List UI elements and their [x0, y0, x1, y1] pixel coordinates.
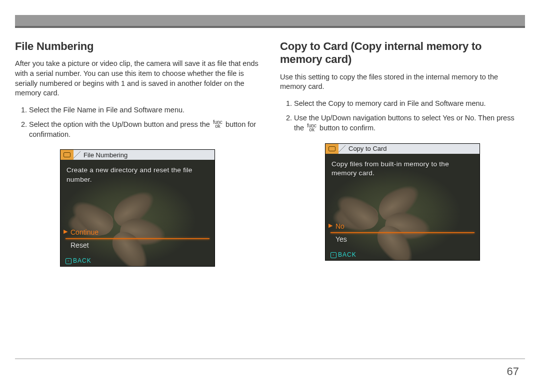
- step-item: Select the option with the Up/Down butto…: [29, 120, 260, 139]
- lcd-description: Copy files from built-in memory to the m…: [332, 160, 474, 178]
- lcd-option-selected[interactable]: Continue: [60, 227, 214, 237]
- back-arrow-icon: ‹: [66, 258, 72, 264]
- lcd-tabbar: File Numbering: [60, 150, 214, 160]
- steps-list: Select the Copy to memory card in File a…: [280, 99, 525, 133]
- sdcard-icon: [60, 150, 74, 160]
- header-bar: [15, 15, 525, 28]
- lcd-option[interactable]: Yes: [326, 234, 480, 244]
- tab-separator-icon: [74, 150, 80, 160]
- lcd-tabbar: Copy to Card: [326, 144, 480, 154]
- section-heading: Copy to Card (Copy internal memory to me…: [280, 40, 525, 66]
- sdcard-icon: [326, 144, 338, 154]
- section-lead: Use this setting to copy the files store…: [280, 72, 525, 92]
- right-column: Copy to Card (Copy internal memory to me…: [280, 40, 525, 267]
- tab-separator-icon: [338, 144, 346, 154]
- step-item: Use the Up/Down navigation buttons to se…: [294, 113, 525, 133]
- camera-screen-copy-to-card: Copy to Card Copy files from built-in me…: [325, 143, 480, 261]
- lcd-description: Create a new directory and reset the fil…: [66, 166, 208, 184]
- lcd-divider: [330, 232, 474, 233]
- lcd-divider: [66, 238, 210, 239]
- section-lead: After you take a picture or video clip, …: [15, 59, 260, 98]
- lcd-option-selected[interactable]: No: [326, 221, 480, 231]
- footer-rule: [15, 359, 525, 359]
- lcd-option[interactable]: Reset: [60, 240, 214, 250]
- step-item: Select the Copy to memory card in File a…: [294, 99, 525, 109]
- page-number: 67: [507, 365, 519, 378]
- steps-list: Select the File Name in File and Softwar…: [15, 105, 260, 140]
- func-ok-icon: funcok: [213, 120, 222, 129]
- camera-screen-file-numbering: File Numbering Create a new directory an…: [60, 149, 215, 267]
- func-ok-icon: funcok: [307, 124, 316, 132]
- lcd-back-button[interactable]: ‹BACK: [66, 257, 92, 264]
- lcd-back-button[interactable]: ‹BACK: [330, 251, 356, 258]
- step-item: Select the File Name in File and Softwar…: [29, 105, 260, 115]
- manual-page: File Numbering After you take a picture …: [0, 0, 540, 392]
- left-column: File Numbering After you take a picture …: [15, 40, 260, 267]
- two-column-layout: File Numbering After you take a picture …: [15, 40, 525, 267]
- lcd-options: Continue Reset: [60, 227, 214, 250]
- lcd-tab-label: Copy to Card: [346, 145, 387, 152]
- back-arrow-icon: ‹: [330, 252, 336, 258]
- section-heading: File Numbering: [15, 40, 260, 53]
- lcd-options: No Yes: [326, 221, 480, 244]
- lcd-tab-label: File Numbering: [80, 151, 128, 159]
